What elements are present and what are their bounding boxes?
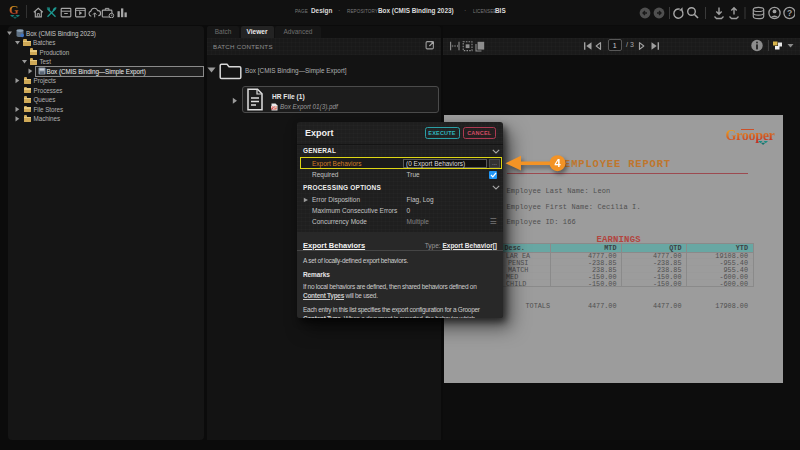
svg-text:4: 4 (554, 157, 561, 169)
